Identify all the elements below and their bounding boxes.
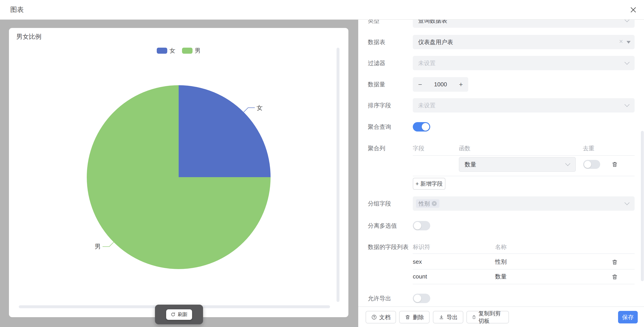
copy-button-label: 复制到剪切板 (478, 310, 504, 324)
pie-label-line-男 (103, 242, 114, 247)
field-row-name: 数量 (495, 269, 507, 284)
data-table-select[interactable]: 仪表盘用户表 × (413, 35, 634, 49)
refresh-icon (170, 312, 176, 317)
download-icon (438, 314, 444, 320)
refresh-button[interactable]: 刷新 (166, 309, 192, 320)
footer-divider (358, 306, 644, 307)
copy-to-clipboard-button[interactable]: 复制到剪切板 (466, 311, 509, 324)
separate-multi-toggle[interactable] (413, 221, 430, 230)
sort-field-placeholder: 未设置 (418, 102, 436, 109)
chevron-down-icon (624, 20, 630, 22)
chevron-down-icon (624, 102, 630, 107)
group-field-tag: 性别 × (416, 199, 440, 208)
settings-panel: 类型 查询数据表 数据表 仪表盘用户表 × 过滤器 未设置 数据量 − 1000… (358, 20, 644, 327)
group-field-select[interactable]: 性别 × (413, 196, 634, 211)
caret-down-icon (626, 41, 630, 44)
delete-field-row-button[interactable] (611, 273, 618, 281)
type-select[interactable]: 查询数据表 (413, 20, 634, 28)
chevron-down-icon (624, 200, 630, 205)
toggle-knob (414, 222, 421, 230)
data-limit-value[interactable]: 1000 (434, 81, 447, 88)
save-button[interactable]: 保存 (618, 311, 638, 324)
trash-icon (611, 259, 618, 266)
type-select-value: 查询数据表 (418, 20, 447, 24)
pie-slice-label-男: 男 (95, 243, 101, 250)
chart-vertical-scrollbar[interactable] (336, 48, 340, 302)
toggle-knob (422, 123, 429, 130)
close-button[interactable] (629, 5, 638, 14)
delete-button-label: 删除 (413, 314, 424, 321)
dialog-header: 图表 (0, 0, 644, 20)
pie-slice-女[interactable] (179, 85, 270, 177)
group-field-tag-label: 性别 (418, 200, 430, 207)
field-list-label: 数据的字段列表 (368, 240, 412, 254)
filter-select-placeholder: 未设置 (418, 59, 436, 67)
data-table-select-value: 仪表盘用户表 (418, 38, 453, 46)
trash-icon (611, 161, 618, 168)
row-divider (413, 176, 634, 176)
field-row-id: count (413, 269, 427, 284)
field-row-id: sex (413, 254, 422, 269)
allow-export-label: 允许导出 (368, 294, 412, 303)
column-header-function: 函数 (459, 141, 470, 156)
delete-aggregate-row-button[interactable] (611, 160, 618, 168)
aggregate-columns-label: 聚合列 (368, 141, 412, 156)
sort-field-select[interactable]: 未设置 (413, 98, 634, 112)
trash-icon (611, 274, 618, 280)
close-icon (629, 6, 637, 14)
data-limit-label: 数据量 (368, 77, 412, 92)
chevron-down-icon (624, 60, 630, 65)
function-select-value: 数量 (465, 160, 476, 168)
data-table-label: 数据表 (368, 35, 412, 49)
aggregate-query-toggle[interactable] (413, 122, 430, 132)
doc-button-label: 文档 (379, 314, 390, 321)
data-limit-stepper: − 1000 + (413, 77, 468, 92)
field-list-header-id: 标识符 (413, 240, 430, 254)
trash-icon (405, 314, 410, 320)
chevron-down-icon (565, 161, 570, 166)
separate-multi-label: 分离多选值 (368, 221, 412, 230)
row-divider (413, 254, 634, 254)
column-header-dedup: 去重 (583, 141, 594, 156)
decrement-button[interactable]: − (418, 81, 422, 88)
filter-select[interactable]: 未设置 (413, 56, 634, 70)
pie-slice-label-女: 女 (256, 104, 262, 111)
delete-field-row-button[interactable] (611, 258, 618, 266)
aggregate-query-label: 聚合查询 (368, 122, 412, 132)
filter-label: 过滤器 (368, 56, 412, 70)
row-divider (413, 284, 634, 284)
pie-chart[interactable]: 女男 (9, 28, 348, 317)
toggle-knob (414, 294, 421, 302)
pie-label-line-女 (244, 108, 255, 112)
clear-icon[interactable]: × (619, 38, 623, 45)
window-scrollbar[interactable] (641, 131, 644, 281)
group-field-label: 分组字段 (368, 196, 412, 211)
chart-config-dialog: 图表 男女比例 女 男 女男 (0, 0, 644, 327)
chart-card: 男女比例 女 男 女男 (9, 28, 348, 317)
add-field-button[interactable]: + 新增字段 (413, 178, 446, 190)
allow-export-toggle[interactable] (413, 294, 430, 303)
row-divider (413, 155, 634, 156)
export-button[interactable]: 导出 (433, 311, 463, 324)
sort-field-label: 排序字段 (368, 98, 412, 112)
function-select[interactable]: 数量 (459, 157, 576, 172)
question-circle-icon (371, 314, 377, 320)
delete-button[interactable]: 删除 (399, 311, 430, 324)
dedup-toggle[interactable] (583, 160, 600, 169)
toggle-knob (584, 161, 591, 168)
refresh-label: 刷新 (178, 311, 188, 318)
increment-button[interactable]: + (459, 81, 463, 88)
clipboard-icon (472, 314, 476, 320)
column-header-field: 字段 (413, 141, 424, 156)
row-divider (413, 269, 634, 270)
refresh-toolbar: 刷新 (155, 305, 203, 324)
type-label: 类型 (368, 20, 412, 28)
tag-remove-icon[interactable]: × (432, 201, 437, 206)
export-button-label: 导出 (446, 314, 458, 321)
doc-button[interactable]: 文档 (366, 311, 396, 324)
field-row-name: 性别 (495, 254, 507, 269)
dialog-title: 图表 (10, 0, 24, 19)
field-list-header-name: 名称 (495, 240, 507, 254)
